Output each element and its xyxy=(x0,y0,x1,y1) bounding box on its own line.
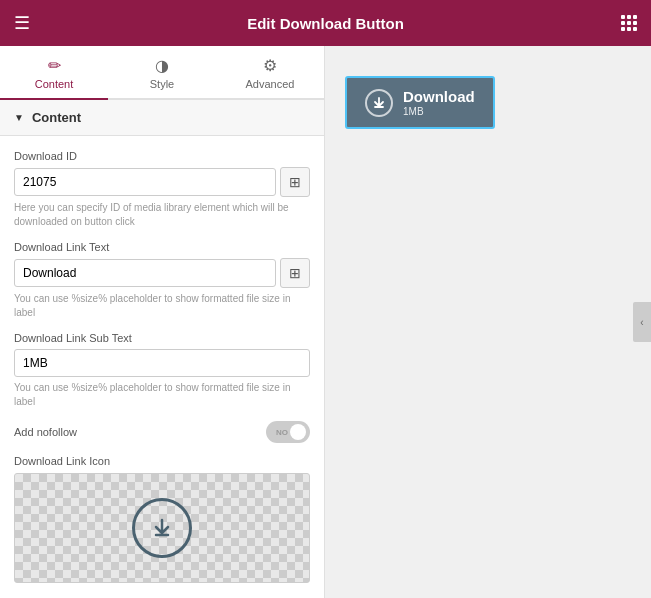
preview-btn-text-block: Download 1MB xyxy=(403,88,475,117)
link-text-row: Download Link Text ⊞ You can use %size% … xyxy=(14,241,310,320)
link-sub-text-input[interactable] xyxy=(14,349,310,377)
icon-row: Download Link Icon xyxy=(14,455,310,583)
download-id-input[interactable] xyxy=(14,168,276,196)
canvas-area: Download 1MB ‹ xyxy=(325,46,651,598)
download-button-preview[interactable]: Download 1MB xyxy=(345,76,495,129)
preview-download-icon xyxy=(372,96,386,110)
link-text-db-icon[interactable]: ⊞ xyxy=(280,258,310,288)
link-text-hint: You can use %size% placeholder to show f… xyxy=(14,292,310,320)
download-circle-icon xyxy=(132,498,192,558)
download-id-label: Download ID xyxy=(14,150,310,162)
download-id-hint: Here you can specify ID of media library… xyxy=(14,201,310,229)
nofollow-toggle[interactable]: NO xyxy=(266,421,310,443)
icon-preview[interactable] xyxy=(14,473,310,583)
tab-content[interactable]: ✏ Content xyxy=(0,46,108,100)
link-sub-text-label: Download Link Sub Text xyxy=(14,332,310,344)
style-tab-icon: ◑ xyxy=(155,56,169,75)
preview-btn-sub-text: 1MB xyxy=(403,106,475,117)
collapse-panel-arrow[interactable]: ‹ xyxy=(633,302,651,342)
download-id-row: Download ID ⊞ Here you can specify ID of… xyxy=(14,150,310,229)
toggle-no-label: NO xyxy=(276,428,288,437)
collapse-chevron: ‹ xyxy=(640,317,643,328)
preview-btn-main-text: Download xyxy=(403,88,475,106)
section-collapse-arrow: ▼ xyxy=(14,112,24,123)
grid-icon[interactable] xyxy=(621,15,637,31)
section-header[interactable]: ▼ Content xyxy=(0,100,324,136)
database-icon-2: ⊞ xyxy=(289,265,301,281)
panel-header: ☰ Edit Download Button xyxy=(0,0,651,46)
link-sub-text-row: Download Link Sub Text You can use %size… xyxy=(14,332,310,409)
panel-title: Edit Download Button xyxy=(247,15,404,32)
form-body: Download ID ⊞ Here you can specify ID of… xyxy=(0,136,324,598)
tabs-bar: ✏ Content ◑ Style ⚙ Advanced xyxy=(0,46,324,100)
left-panel: ✏ Content ◑ Style ⚙ Advanced ▼ Content D… xyxy=(0,46,325,598)
section-title: Content xyxy=(32,110,81,125)
tab-advanced[interactable]: ⚙ Advanced xyxy=(216,46,324,100)
link-sub-text-hint: You can use %size% placeholder to show f… xyxy=(14,381,310,409)
link-text-label: Download Link Text xyxy=(14,241,310,253)
database-icon: ⊞ xyxy=(289,174,301,190)
content-tab-icon: ✏ xyxy=(48,56,61,75)
advanced-tab-icon: ⚙ xyxy=(263,56,277,75)
link-text-input[interactable] xyxy=(14,259,276,287)
icon-label: Download Link Icon xyxy=(14,455,310,467)
tab-style[interactable]: ◑ Style xyxy=(108,46,216,100)
nofollow-row: Add nofollow NO xyxy=(14,421,310,443)
nofollow-label: Add nofollow xyxy=(14,426,77,438)
preview-btn-circle xyxy=(365,89,393,117)
toggle-knob xyxy=(290,424,306,440)
download-arrow-svg xyxy=(148,514,176,542)
download-id-db-icon[interactable]: ⊞ xyxy=(280,167,310,197)
menu-icon[interactable]: ☰ xyxy=(14,12,30,34)
